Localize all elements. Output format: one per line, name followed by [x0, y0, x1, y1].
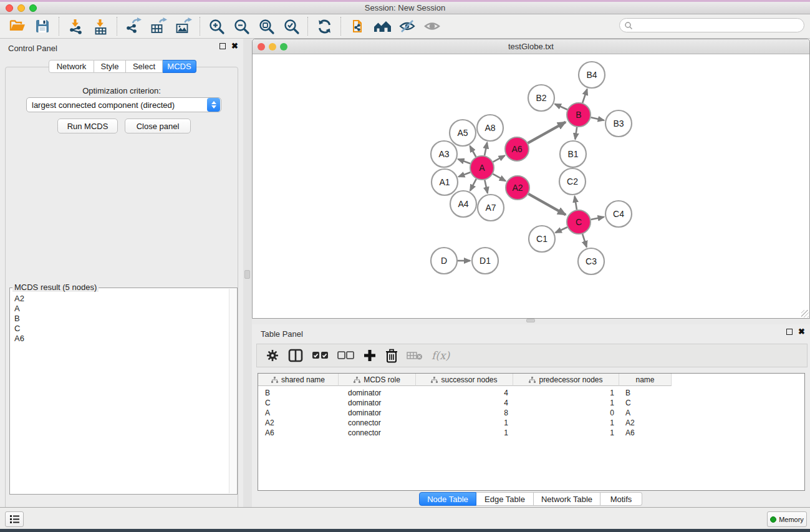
table-cell[interactable]: 8: [416, 409, 513, 417]
close-panel-icon[interactable]: ✖: [231, 43, 238, 49]
table-cell[interactable]: C: [258, 399, 339, 407]
horizontal-splitter[interactable]: [252, 319, 810, 324]
column-header-mcds-role[interactable]: MCDS role: [339, 374, 416, 386]
graph-edge-A-A7[interactable]: [485, 180, 488, 193]
table-cell[interactable]: 4: [416, 399, 513, 407]
tab-network-table[interactable]: Network Table: [534, 492, 600, 506]
mcds-result-item[interactable]: A: [11, 304, 229, 314]
table-settings-button[interactable]: [266, 346, 279, 365]
column-header-predecessor-nodes[interactable]: predecessor nodes: [513, 374, 619, 386]
graph-edge-C-C3[interactable]: [582, 234, 587, 247]
column-header-shared-name[interactable]: shared name: [258, 374, 339, 386]
graph-edge-A-A6[interactable]: [493, 155, 505, 162]
tab-select[interactable]: Select: [126, 60, 163, 73]
table-cell[interactable]: 1: [513, 399, 619, 407]
table-cell[interactable]: A: [258, 409, 339, 417]
minimize-network-window-button[interactable]: [269, 43, 276, 51]
graph-edge-A2-C[interactable]: [528, 194, 566, 215]
close-panel-icon[interactable]: ✖: [798, 329, 805, 335]
zoom-window-button[interactable]: [29, 4, 37, 12]
table-cell[interactable]: B: [258, 389, 339, 397]
column-header-name[interactable]: name: [619, 374, 672, 386]
graph-edge-A-A5[interactable]: [470, 146, 476, 157]
table-cell[interactable]: A: [619, 409, 672, 417]
graph-edge-A-A3[interactable]: [458, 159, 471, 163]
delete-table-button[interactable]: [407, 346, 423, 365]
graph-edge-A-A4[interactable]: [470, 179, 476, 191]
table-cell[interactable]: A6: [619, 428, 672, 437]
table-row[interactable]: A2connector11A2: [258, 418, 804, 428]
select-all-button[interactable]: [312, 346, 329, 365]
table-cell[interactable]: dominator: [339, 389, 416, 397]
graph-edge-B-B2[interactable]: [555, 104, 567, 110]
splitter-handle[interactable]: [526, 319, 535, 322]
show-hide-panel-button[interactable]: [420, 16, 445, 37]
minimize-window-button[interactable]: [17, 4, 25, 12]
table-cell[interactable]: 1: [513, 428, 619, 437]
table-cell[interactable]: dominator: [339, 399, 416, 407]
tab-edge-table[interactable]: Edge Table: [476, 492, 534, 506]
show-columns-button[interactable]: [288, 346, 303, 365]
table-row[interactable]: A6connector11A6: [258, 428, 804, 438]
graph-edge-C-C2[interactable]: [575, 196, 577, 210]
table-cell[interactable]: 1: [513, 418, 619, 427]
close-panel-button[interactable]: Close panel: [125, 118, 191, 133]
graph-edge-B-B1[interactable]: [575, 127, 577, 139]
refresh-view-button[interactable]: [312, 16, 337, 37]
window-resize-grip[interactable]: [801, 310, 809, 317]
table-cell[interactable]: A2: [619, 418, 672, 427]
export-network-button[interactable]: [121, 16, 146, 37]
graph-edge-C-C1[interactable]: [556, 227, 567, 233]
table-cell[interactable]: 4: [416, 389, 513, 397]
add-column-button[interactable]: [363, 346, 377, 365]
float-panel-icon[interactable]: [786, 329, 793, 335]
export-table-button[interactable]: [146, 16, 171, 37]
mcds-list-scrollbar[interactable]: [229, 289, 236, 493]
table-row[interactable]: Adominator80A: [258, 408, 804, 418]
tab-motifs[interactable]: Motifs: [600, 492, 642, 506]
table-row[interactable]: Cdominator41C: [258, 398, 804, 408]
memory-button[interactable]: Memory: [767, 511, 807, 527]
graph-edge-A-A8[interactable]: [485, 143, 487, 156]
network-canvas[interactable]: AA1A3A5A8A4A7A6A2BB1B2B3B4CC1C2C3C4DD1: [253, 54, 809, 318]
table-cell[interactable]: 1: [416, 428, 513, 437]
search-input[interactable]: [633, 21, 804, 30]
zoom-fit-content-button[interactable]: [254, 16, 279, 37]
table-cell[interactable]: 1: [513, 389, 619, 397]
criterion-dropdown[interactable]: largest connected component (directed): [26, 97, 221, 112]
network-window-titlebar[interactable]: testGlobe.txt: [253, 39, 809, 54]
splitter-handle[interactable]: [244, 270, 250, 279]
table-cell[interactable]: 0: [513, 409, 619, 417]
graph-edge-A-A2[interactable]: [493, 174, 505, 181]
graph-edge-B-B4[interactable]: [582, 89, 587, 103]
table-cell[interactable]: connector: [339, 418, 416, 427]
delete-column-button[interactable]: [385, 346, 398, 365]
apply-preferred-layout-button[interactable]: [370, 16, 395, 37]
zoom-in-button[interactable]: [204, 16, 229, 37]
import-network-button[interactable]: [63, 16, 88, 37]
table-cell[interactable]: 1: [416, 418, 513, 427]
task-history-button[interactable]: [5, 511, 24, 527]
run-mcds-button[interactable]: Run MCDS: [57, 118, 118, 133]
graph-edge-A6-B[interactable]: [528, 122, 566, 143]
tab-style[interactable]: Style: [94, 60, 126, 73]
table-cell[interactable]: A2: [258, 418, 339, 427]
table-cell[interactable]: dominator: [339, 409, 416, 417]
deselect-all-button[interactable]: [337, 346, 354, 365]
save-session-button[interactable]: [30, 16, 55, 37]
float-panel-icon[interactable]: [219, 43, 226, 49]
table-cell[interactable]: connector: [339, 428, 416, 437]
graph-edge-C-C4[interactable]: [591, 217, 604, 220]
table-cell[interactable]: C: [619, 399, 672, 407]
graph-edge-B-B3[interactable]: [591, 117, 604, 120]
tab-network[interactable]: Network: [49, 60, 94, 73]
table-row[interactable]: Bdominator41B: [258, 388, 804, 398]
mcds-result-item[interactable]: A2: [11, 294, 229, 304]
close-network-window-button[interactable]: [258, 43, 265, 51]
mcds-result-item[interactable]: A6: [11, 334, 229, 344]
zoom-selected-button[interactable]: [279, 16, 304, 37]
export-image-button[interactable]: [171, 16, 196, 37]
close-window-button[interactable]: [6, 4, 13, 12]
search-field[interactable]: [619, 18, 804, 32]
table-cell[interactable]: A6: [258, 428, 339, 437]
